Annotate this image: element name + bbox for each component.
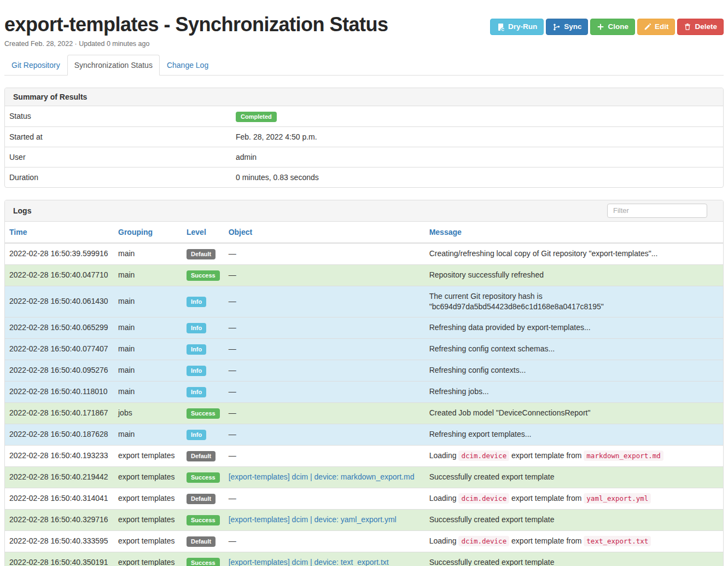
column-header-object[interactable]: Object xyxy=(224,222,425,243)
cell-grouping: main xyxy=(114,338,182,360)
delete-button[interactable]: Delete xyxy=(677,19,724,35)
plus-icon xyxy=(597,23,604,31)
edit-button[interactable]: Edit xyxy=(637,19,675,35)
cell-grouping: export templates xyxy=(114,466,182,488)
cell-object: — xyxy=(224,264,425,286)
level-badge: Default xyxy=(187,536,216,547)
no-object-dash: — xyxy=(229,344,236,353)
cell-message: Refreshing data provided by export-templ… xyxy=(425,317,723,338)
level-badge: Success xyxy=(187,558,220,566)
column-header-time[interactable]: Time xyxy=(5,222,114,243)
summary-value: Feb. 28, 2022 4:50 p.m. xyxy=(231,126,723,147)
summary-panel-heading: Summary of Results xyxy=(5,88,723,106)
no-object-dash: — xyxy=(229,297,236,305)
column-header-level[interactable]: Level xyxy=(182,222,224,243)
cell-time: 2022-02-28 16:50:40.333595 xyxy=(5,530,114,552)
no-object-dash: — xyxy=(229,408,236,417)
tab-synchronization-status[interactable]: Synchronization Status xyxy=(67,55,160,76)
tab-git-repository[interactable]: Git Repository xyxy=(4,55,67,76)
message-text: Loading xyxy=(429,536,459,545)
message-text: Refreshing config contexts... xyxy=(429,366,526,374)
log-row: 2022-02-28 16:50:40.095276mainInfo—Refre… xyxy=(5,360,723,381)
cell-level: Success xyxy=(182,402,224,424)
message-text: Creating/refreshing local copy of Git re… xyxy=(429,249,658,258)
cell-object: — xyxy=(224,381,425,402)
cell-grouping: export templates xyxy=(114,552,182,566)
level-badge: Info xyxy=(187,344,206,355)
no-object-dash: — xyxy=(229,366,236,374)
code-chip: markdown_export.md xyxy=(584,451,663,461)
log-row: 2022-02-28 16:50:40.333595export templat… xyxy=(5,530,723,552)
object-link[interactable]: [export-templates] dcim | device: yaml_e… xyxy=(229,515,397,524)
cell-time: 2022-02-28 16:50:40.187628 xyxy=(5,424,114,445)
no-object-dash: — xyxy=(229,451,236,460)
message-text: Refreshing jobs... xyxy=(429,387,489,396)
object-link[interactable]: [export-templates] dcim | device: markdo… xyxy=(229,472,415,481)
cell-level: Default xyxy=(182,243,224,265)
book-refresh-icon xyxy=(497,23,505,31)
cell-time: 2022-02-28 16:50:40.065299 xyxy=(5,317,114,338)
cell-message: Refreshing config context schemas... xyxy=(425,338,723,360)
no-object-dash: — xyxy=(229,536,236,545)
cell-message: The current Git repository hash is "bc69… xyxy=(425,286,723,317)
message-text: Refreshing config context schemas... xyxy=(429,344,555,353)
cell-time: 2022-02-28 16:50:40.118010 xyxy=(5,381,114,402)
cell-message: Created Job model "DeviceConnectionsRepo… xyxy=(425,402,723,424)
code-chip: yaml_export.yml xyxy=(584,493,651,504)
log-row: 2022-02-28 16:50:40.187628mainInfo—Refre… xyxy=(5,424,723,445)
cell-grouping: main xyxy=(114,381,182,402)
level-badge: Default xyxy=(187,494,216,504)
object-link[interactable]: [export-templates] dcim | device: text_e… xyxy=(229,558,389,566)
logs-panel: Logs Time Grouping Level Object Message … xyxy=(4,200,724,566)
code-chip: dcim.device xyxy=(458,536,509,546)
cell-object: — xyxy=(224,338,425,360)
cell-grouping: main xyxy=(114,243,182,265)
level-badge: Success xyxy=(187,270,220,281)
status-badge: Completed xyxy=(236,112,277,122)
no-object-dash: — xyxy=(229,430,236,438)
log-row: 2022-02-28 16:50:40.350191export templat… xyxy=(5,552,723,566)
cell-object: — xyxy=(224,530,425,552)
summary-value: 0 minutes, 0.83 seconds xyxy=(231,167,723,187)
cell-grouping: main xyxy=(114,424,182,445)
filter-input[interactable] xyxy=(607,204,707,218)
summary-row: StatusCompleted xyxy=(5,106,723,127)
page: Dry-Run Sync Clone xyxy=(0,14,728,566)
cell-object: [export-templates] dcim | device: yaml_e… xyxy=(224,509,425,530)
clone-button[interactable]: Clone xyxy=(590,19,635,35)
summary-row: Useradmin xyxy=(5,147,723,167)
cell-level: Default xyxy=(182,445,224,466)
dry-run-button-label: Dry-Run xyxy=(508,22,537,32)
summary-label: Duration xyxy=(5,167,231,187)
sync-button[interactable]: Sync xyxy=(546,19,588,35)
code-chip: dcim.device xyxy=(458,493,509,504)
cell-level: Info xyxy=(182,338,224,360)
cell-object: — xyxy=(224,286,425,317)
cell-message: Successfully created export template xyxy=(425,552,723,566)
message-text: Loading xyxy=(429,494,459,503)
code-chip: text_export.txt xyxy=(584,536,651,546)
tab-change-log[interactable]: Change Log xyxy=(160,55,216,76)
cell-object: — xyxy=(224,317,425,338)
logs-panel-heading: Logs xyxy=(5,200,723,222)
cell-grouping: main xyxy=(114,317,182,338)
column-header-grouping[interactable]: Grouping xyxy=(114,222,182,243)
log-row: 2022-02-28 16:50:40.118010mainInfo—Refre… xyxy=(5,381,723,402)
logs-panel-title: Logs xyxy=(13,206,31,215)
level-badge: Info xyxy=(187,297,206,307)
column-header-message[interactable]: Message xyxy=(425,222,723,243)
cell-time: 2022-02-28 16:50:40.314041 xyxy=(5,488,114,509)
cell-time: 2022-02-28 16:50:40.193233 xyxy=(5,445,114,466)
cell-object: — xyxy=(224,424,425,445)
cell-object: [export-templates] dcim | device: text_e… xyxy=(224,552,425,566)
no-object-dash: — xyxy=(229,494,236,503)
cell-message: Refreshing config contexts... xyxy=(425,360,723,381)
cell-time: 2022-02-28 16:50:40.047710 xyxy=(5,264,114,286)
cell-object: — xyxy=(224,445,425,466)
clone-button-label: Clone xyxy=(608,22,628,32)
message-text: The current Git repository hash is "bc69… xyxy=(429,292,604,311)
git-branch-icon xyxy=(552,23,561,31)
cell-message: Refreshing export templates... xyxy=(425,424,723,445)
dry-run-button[interactable]: Dry-Run xyxy=(490,19,544,35)
cell-level: Info xyxy=(182,360,224,381)
